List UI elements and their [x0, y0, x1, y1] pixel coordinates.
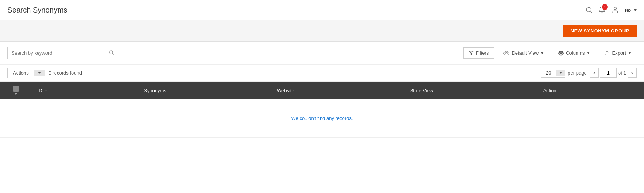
pagination-prev-button[interactable]: ‹ — [590, 68, 599, 78]
svg-point-7 — [560, 52, 562, 54]
user-menu[interactable]: rex — [625, 7, 637, 13]
col-store-view-label: Store View — [410, 88, 433, 93]
notification-count: 1 — [602, 4, 608, 10]
per-page-value: 20 — [541, 68, 556, 77]
svg-marker-5 — [469, 51, 473, 55]
col-header-id[interactable]: ID ↕ — [32, 82, 139, 99]
export-label: Export — [612, 50, 626, 56]
page-title: Search Synonyms — [7, 6, 67, 14]
page-number-input[interactable] — [600, 68, 617, 78]
user-avatar-icon — [612, 6, 619, 14]
col-header-store-view: Store View — [405, 82, 538, 99]
actions-bar: Actions 0 records found 20 per page ‹ of… — [0, 65, 644, 82]
col-synonyms-label: Synonyms — [144, 88, 166, 93]
filters-button[interactable]: Filters — [463, 47, 494, 59]
svg-point-2 — [614, 7, 617, 10]
col-header-website: Website — [271, 82, 405, 99]
svg-point-6 — [506, 52, 507, 54]
actions-left: Actions 0 records found — [7, 68, 82, 78]
columns-label: Columns — [566, 50, 585, 56]
col-id-label: ID — [38, 88, 42, 93]
col-header-checkbox — [0, 82, 32, 99]
data-table: ID ↕ Synonyms Website Store View Action — [0, 82, 644, 138]
per-page-select: 20 per page — [541, 68, 586, 78]
actions-arrow-icon — [34, 70, 45, 76]
per-page-arrow-icon — [556, 70, 565, 76]
table-body: We couldn't find any records. — [0, 99, 644, 138]
search-filter-bar: Filters Default View Columns Export — [0, 42, 644, 65]
pagination: ‹ of 1 › — [590, 68, 637, 78]
columns-button[interactable]: Columns — [553, 47, 595, 59]
toolbar-area: New Synonym Group — [0, 20, 644, 42]
table-header: ID ↕ Synonyms Website Store View Action — [0, 82, 644, 99]
filters-label: Filters — [476, 50, 489, 56]
notification-bell[interactable]: 1 — [598, 6, 606, 14]
search-submit-button[interactable] — [105, 47, 118, 59]
table-empty-row: We couldn't find any records. — [0, 99, 644, 138]
sort-icon-id: ↕ — [45, 89, 47, 93]
svg-line-4 — [112, 54, 114, 55]
new-synonym-button[interactable]: New Synonym Group — [563, 25, 637, 37]
user-menu-chevron-icon — [634, 9, 637, 11]
actions-label: Actions — [8, 68, 34, 78]
per-page-chevron-icon — [559, 72, 562, 74]
gear-icon — [558, 51, 564, 56]
records-found: 0 records found — [49, 70, 82, 76]
user-name: rex — [625, 7, 631, 13]
empty-message-cell: We couldn't find any records. — [0, 99, 644, 138]
search-input-wrapper — [7, 47, 118, 59]
header-right: 1 rex — [586, 6, 637, 14]
search-icon[interactable] — [586, 7, 592, 13]
per-page-input[interactable]: 20 — [541, 68, 565, 78]
search-input[interactable] — [8, 48, 105, 58]
col-header-synonyms: Synonyms — [138, 82, 271, 99]
actions-chevron-icon — [38, 72, 41, 74]
filter-controls: Filters Default View Columns Export — [463, 47, 637, 59]
eye-icon — [503, 50, 509, 56]
empty-message: We couldn't find any records. — [6, 104, 638, 132]
per-page-label: per page — [568, 70, 586, 76]
page-of-label: of 1 — [618, 70, 626, 76]
svg-line-1 — [590, 11, 591, 12]
export-chevron-icon — [628, 52, 631, 54]
col-header-action: Action — [537, 82, 644, 99]
table-wrapper: ID ↕ Synonyms Website Store View Action — [0, 82, 644, 138]
export-button[interactable]: Export — [599, 47, 637, 59]
pagination-next-button[interactable]: › — [628, 68, 637, 78]
col-action-label: Action — [543, 88, 556, 93]
actions-right: 20 per page ‹ of 1 › — [541, 68, 637, 78]
view-chevron-icon — [541, 52, 544, 54]
default-view-button[interactable]: Default View — [498, 47, 549, 59]
select-all-chevron-icon — [14, 93, 17, 95]
top-header: Search Synonyms 1 rex — [0, 0, 644, 20]
select-all-checkbox[interactable] — [13, 86, 19, 92]
columns-chevron-icon — [587, 52, 590, 54]
export-icon — [605, 51, 610, 56]
filter-icon — [469, 51, 474, 55]
default-view-label: Default View — [512, 50, 539, 56]
actions-dropdown[interactable]: Actions — [7, 68, 45, 78]
col-website-label: Website — [277, 88, 294, 93]
